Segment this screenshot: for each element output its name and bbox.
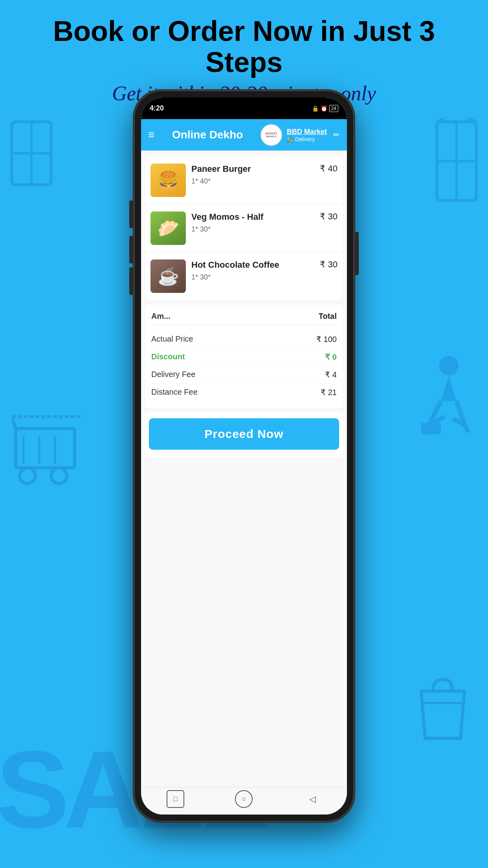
logo: MARKET MASALA xyxy=(261,124,282,146)
svg-line-7 xyxy=(12,417,16,428)
order-items-list: 🍔 Paneer Burger 1* 40* ₹ 40 🥟 xyxy=(145,156,343,300)
menu-icon[interactable]: ≡ xyxy=(148,129,154,141)
item-price: ₹ 30 xyxy=(320,259,338,270)
actual-price-value: ₹ 100 xyxy=(316,335,337,344)
item-image-momos: 🥟 xyxy=(150,211,186,245)
item-name: Paneer Burger xyxy=(191,164,314,175)
store-name: BBD Market xyxy=(287,128,327,136)
discount-value: ₹ 0 xyxy=(325,352,337,362)
svg-point-9 xyxy=(20,468,35,484)
distance-fee-label: Distance Fee xyxy=(151,388,198,397)
item-details: Paneer Burger 1* 40* xyxy=(191,164,314,186)
item-name: Hot Chocolate Coffee xyxy=(191,259,314,271)
proceed-now-button[interactable]: Proceed Now xyxy=(149,418,339,450)
svg-point-10 xyxy=(51,468,67,484)
item-details: Veg Momos - Half 1* 30* xyxy=(191,211,314,234)
store-info: BBD Market 🛵 Delivery xyxy=(287,128,327,142)
summary-row-discount: Discount ₹ 0 xyxy=(151,348,337,366)
delivery-label: 🛵 Delivery xyxy=(287,136,315,142)
summary-row-actual: Actual Price ₹ 100 xyxy=(151,331,337,348)
edit-icon[interactable]: ✏ xyxy=(333,130,340,140)
app-bar: ≡ Online Dekho MARKET MASALA BBD Market … xyxy=(141,119,347,151)
item-image-coffee: ☕ xyxy=(150,259,186,293)
content-area: 🍔 Paneer Burger 1* 40* ₹ 40 🥟 xyxy=(141,151,347,787)
recents-nav-button[interactable]: ○ xyxy=(235,790,253,808)
total-label: Total xyxy=(319,312,337,321)
amount-label: Am... xyxy=(151,312,171,321)
app-title: Online Dekho xyxy=(159,129,256,141)
svg-rect-0 xyxy=(12,122,51,185)
alarm-icon: ⏰ xyxy=(321,105,327,112)
order-item: ☕ Hot Chocolate Coffee 1* 30* ₹ 30 xyxy=(145,252,343,300)
item-qty: 1* 30* xyxy=(191,225,314,234)
delivery-fee-label: Delivery Fee xyxy=(151,370,195,379)
item-price: ₹ 40 xyxy=(320,164,338,174)
summary-row-distance: Distance Fee ₹ 21 xyxy=(151,384,337,401)
item-qty: 1* 40* xyxy=(191,177,314,186)
home-nav-button[interactable]: □ xyxy=(167,790,184,808)
battery-icon: 24 xyxy=(329,105,338,112)
status-time: 4:20 xyxy=(150,104,164,112)
nav-bar: □ ○ ◁ xyxy=(141,787,347,815)
item-details: Hot Chocolate Coffee 1* 30* xyxy=(191,259,314,281)
order-item: 🥟 Veg Momos - Half 1* 30* ₹ 30 xyxy=(145,204,343,252)
back-nav-button[interactable]: ◁ xyxy=(304,790,321,808)
item-name: Veg Momos - Half xyxy=(191,211,314,223)
item-price: ₹ 30 xyxy=(320,211,338,222)
distance-fee-value: ₹ 21 xyxy=(321,388,337,397)
summary-row-delivery: Delivery Fee ₹ 4 xyxy=(151,366,337,384)
price-summary: Am... Total Actual Price ₹ 100 Discount … xyxy=(145,305,343,408)
discount-label: Discount xyxy=(151,352,185,362)
svg-rect-6 xyxy=(16,428,75,468)
svg-rect-3 xyxy=(437,122,476,200)
svg-point-14 xyxy=(439,356,459,375)
page-title: Book or Order Now in Just 3 Steps xyxy=(12,16,476,78)
order-item: 🍔 Paneer Burger 1* 40* ₹ 40 xyxy=(145,156,343,204)
item-qty: 1* 30* xyxy=(191,273,314,281)
svg-rect-15 xyxy=(421,423,441,434)
item-image-burger: 🍔 xyxy=(150,164,186,197)
delivery-fee-value: ₹ 4 xyxy=(325,370,337,379)
summary-header: Am... Total xyxy=(151,312,337,325)
actual-price-label: Actual Price xyxy=(151,335,193,344)
proceed-btn-area: Proceed Now xyxy=(145,412,343,458)
lock-icon: 🔒 xyxy=(312,105,319,112)
